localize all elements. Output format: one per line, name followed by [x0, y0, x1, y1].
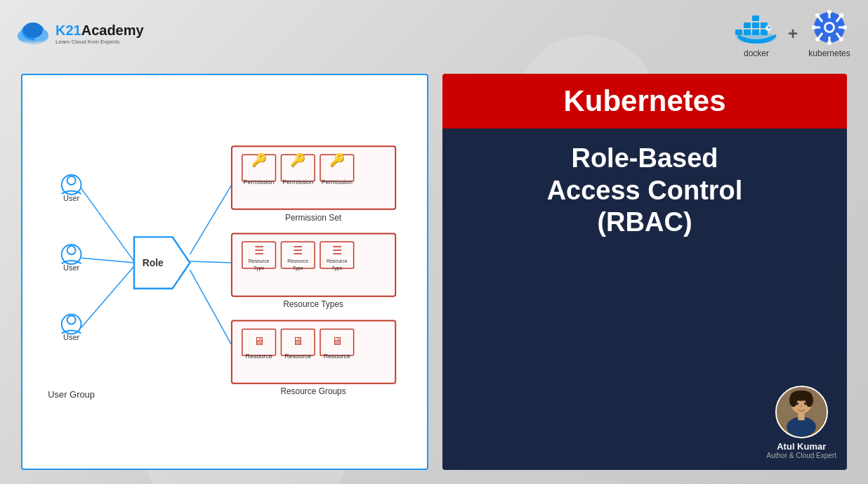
svg-point-31: [843, 25, 847, 30]
kubernetes-label: kubernetes: [808, 48, 850, 58]
logo-icon: [14, 18, 53, 49]
title-line3: Access Control: [456, 175, 833, 207]
svg-text:Resource: Resource: [324, 353, 350, 360]
svg-text:Role: Role: [143, 257, 164, 268]
svg-text:Permission: Permission: [282, 178, 313, 185]
svg-point-97: [804, 403, 807, 405]
svg-text:Permission Set: Permission Set: [285, 213, 342, 223]
svg-text:Type: Type: [331, 266, 342, 271]
svg-text:🔑: 🔑: [329, 152, 346, 168]
docker-label: docker: [744, 48, 769, 58]
svg-text:☰: ☰: [332, 244, 342, 256]
author-avatar: [775, 386, 828, 438]
user-group-text: User Group: [48, 389, 95, 400]
svg-point-28: [827, 10, 831, 14]
svg-point-19: [826, 24, 833, 31]
svg-text:Resource Types: Resource Types: [283, 299, 343, 309]
title-line1: Kubernetes: [456, 84, 833, 118]
svg-point-92: [789, 393, 797, 407]
svg-text:Resource Groups: Resource Groups: [280, 386, 346, 396]
plus-sign: +: [788, 24, 798, 44]
kubernetes-wrapper: kubernetes: [805, 8, 854, 58]
main-content: User Group User User User Role: [21, 74, 847, 470]
svg-line-51: [190, 261, 232, 263]
svg-text:Resource: Resource: [327, 259, 348, 263]
svg-point-43: [67, 316, 76, 325]
svg-text:Resource: Resource: [249, 259, 270, 263]
svg-point-29: [827, 41, 831, 45]
title-dark-bar: Role-Based Access Control (RBAC): [442, 129, 847, 470]
svg-rect-6: [735, 30, 742, 35]
svg-text:🔑: 🔑: [290, 152, 306, 168]
svg-point-40: [67, 246, 76, 254]
header: K21Academy Learn Cloud from Experts: [0, 0, 868, 67]
svg-line-52: [190, 270, 232, 345]
svg-point-34: [839, 13, 843, 18]
svg-line-46: [81, 258, 134, 263]
top-right-icons: docker +: [732, 8, 854, 58]
svg-point-96: [796, 403, 798, 405]
svg-point-35: [815, 37, 820, 41]
left-diagram-panel: User Group User User User Role: [21, 74, 428, 470]
svg-text:🖥: 🖥: [331, 335, 343, 347]
svg-point-5: [23, 22, 43, 38]
logo-area: K21Academy Learn Cloud from Experts: [14, 18, 144, 49]
docker-wrapper: docker: [732, 8, 781, 58]
svg-point-32: [815, 13, 820, 18]
svg-text:🖥: 🖥: [292, 335, 303, 347]
svg-text:User: User: [63, 333, 79, 341]
svg-point-93: [805, 393, 813, 407]
svg-text:Resource: Resource: [246, 353, 272, 360]
svg-text:User: User: [63, 194, 79, 202]
svg-point-30: [812, 25, 816, 30]
kubernetes-icon: [805, 8, 854, 47]
title-main-text: Role-Based Access Control (RBAC): [456, 143, 833, 239]
svg-text:☰: ☰: [254, 244, 264, 256]
author-name: Atul Kumar: [777, 441, 826, 452]
svg-text:Type: Type: [293, 266, 303, 271]
svg-rect-11: [752, 22, 759, 28]
svg-text:Permission: Permission: [322, 178, 353, 185]
author-title: Author & Cloud Expert: [767, 452, 837, 459]
svg-point-37: [67, 176, 76, 185]
svg-text:🔑: 🔑: [251, 152, 268, 168]
svg-text:☰: ☰: [293, 244, 303, 256]
svg-text:Resource: Resource: [284, 353, 311, 360]
logo-subtitle: Learn Cloud from Experts: [55, 39, 144, 45]
title-line2: Role-Based: [456, 143, 833, 175]
svg-text:🖥: 🖥: [254, 335, 265, 347]
svg-rect-13: [752, 15, 759, 21]
svg-line-47: [81, 266, 134, 327]
svg-rect-95: [798, 412, 804, 420]
svg-point-33: [839, 37, 843, 41]
svg-text:User: User: [63, 263, 79, 272]
svg-point-16: [768, 27, 770, 29]
right-panel: Kubernetes Role-Based Access Control (RB…: [442, 74, 847, 470]
docker-icon: [732, 8, 781, 47]
svg-line-45: [81, 188, 134, 261]
rbac-diagram: User Group User User User Role: [37, 89, 413, 454]
svg-text:Type: Type: [254, 266, 264, 271]
svg-text:Permission: Permission: [244, 178, 275, 185]
logo-text: K21Academy: [55, 22, 144, 39]
svg-point-98: [800, 405, 802, 407]
avatar-image: [777, 386, 827, 437]
svg-line-50: [190, 185, 232, 254]
title-red-bar: Kubernetes: [442, 74, 847, 129]
title-line4: (RBAC): [456, 207, 833, 239]
svg-rect-10: [744, 22, 751, 28]
author-area: Atul Kumar Author & Cloud Expert: [767, 386, 837, 459]
svg-text:Resource: Resource: [287, 259, 308, 263]
